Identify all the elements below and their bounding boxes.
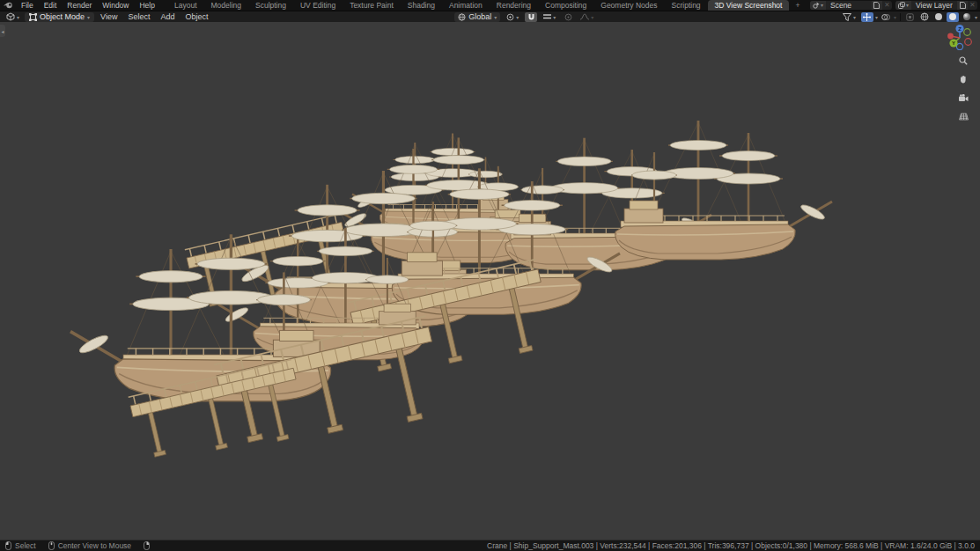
gizmo-axis-x (947, 33, 954, 40)
gizmo-dropdown[interactable]: ▾ (875, 14, 878, 20)
new-page-icon (873, 2, 880, 9)
overlays-dropdown[interactable]: ▾ (894, 14, 896, 20)
shading-solid-button[interactable] (932, 12, 945, 22)
show-gizmo-toggle[interactable] (861, 12, 873, 22)
object-visibility-dropdown[interactable]: ▾ (839, 12, 859, 22)
svg-text:Y: Y (952, 40, 955, 46)
shading-wireframe-button[interactable] (918, 12, 931, 22)
topbar: File Edit Render Window Help Layout Mode… (0, 0, 980, 11)
editor-type-selector[interactable]: ▾ (3, 12, 23, 22)
chevron-down-icon: ▾ (17, 14, 19, 20)
lmb-hint: Select (5, 541, 36, 550)
new-scene-button[interactable] (872, 1, 882, 10)
3d-viewport-editor-icon (6, 12, 15, 21)
menu-add[interactable]: Add (156, 12, 179, 21)
new-view-layer-button[interactable] (957, 1, 968, 10)
workspace-tab-geometry-nodes[interactable]: Geometry Nodes (593, 0, 664, 11)
pivot-point-dropdown[interactable]: ▾ (503, 12, 522, 22)
browse-scene-button[interactable]: ▾ (810, 1, 826, 10)
zoom-button[interactable] (956, 54, 970, 68)
menu-help[interactable]: Help (134, 0, 159, 11)
workspace-tab-compositing[interactable]: Compositing (538, 0, 593, 11)
viewport-header: ▾ Object Mode ▾ View Select Add Object G… (0, 11, 980, 22)
show-overlays-toggle[interactable] (880, 12, 892, 22)
gizmo-icon (863, 13, 871, 21)
rendered-sphere-icon (962, 12, 971, 21)
viewport-nav-buttons (956, 54, 970, 123)
pan-button[interactable] (956, 72, 970, 86)
mode-selector-label: Object Mode (40, 12, 85, 21)
divider (900, 13, 901, 21)
unlink-scene-button[interactable]: ✕ (882, 1, 892, 10)
menu-select[interactable]: Select (123, 12, 154, 21)
workspace-tab-modeling[interactable]: Modeling (204, 0, 249, 11)
falloff-curve-icon (580, 13, 589, 20)
snap-settings-dropdown[interactable]: ▾ (540, 12, 559, 22)
shading-material-preview-button[interactable] (947, 12, 959, 22)
viewport-scene (0, 22, 980, 540)
display-options-cluster: ▾ ▾ ▾ ▾ (839, 12, 977, 22)
chevron-down-icon: ▾ (853, 14, 856, 20)
workspace-tab-sculpting[interactable]: Sculpting (248, 0, 293, 11)
hand-icon (959, 75, 968, 84)
chevron-down-icon: ▾ (906, 1, 909, 10)
shading-rendered-button[interactable] (961, 12, 973, 22)
menu-view[interactable]: View (96, 12, 122, 21)
workspace-tab-shading[interactable]: Shading (401, 0, 442, 11)
view-layer-name[interactable]: View Layer (911, 1, 957, 10)
transform-orientation-dropdown[interactable]: Global ▾ (454, 12, 500, 22)
menu-edit[interactable]: Edit (39, 0, 63, 11)
scene-selector: ▾ Scene ✕ (810, 1, 892, 10)
3d-viewport[interactable]: ◂ Z Y (0, 22, 980, 540)
camera-icon (959, 94, 969, 102)
navigation-gizmo[interactable]: Z Y (947, 24, 973, 50)
mouse-left-icon (5, 541, 11, 550)
pivot-point-icon (506, 13, 514, 21)
proportional-editing-icon (564, 13, 572, 21)
remove-view-layer-button[interactable]: ✕ (968, 1, 977, 10)
workspace-tab-scripting[interactable]: Scripting (665, 0, 708, 11)
chevron-down-icon: ▾ (516, 14, 519, 20)
gizmo-axis-neg-x (965, 39, 972, 46)
chevron-down-icon: ▾ (494, 14, 497, 20)
snap-toggle[interactable] (525, 12, 537, 22)
workspace-tab-uv-editing[interactable]: UV Editing (293, 0, 343, 11)
add-workspace-button[interactable]: + (789, 0, 806, 11)
transform-snap-cluster: Global ▾ ▾ ▾ ▾ (454, 12, 597, 22)
perspective-toggle-button[interactable] (956, 109, 970, 123)
chevron-down-icon: ▾ (553, 14, 556, 20)
workspace-tab-3d-view-screenshot[interactable]: 3D View Screenshot (708, 0, 790, 11)
scene-statistics: Crane | Ship_Support_Mast.003 | Verts:23… (487, 541, 975, 550)
scene-name[interactable]: Scene (826, 1, 872, 10)
mmb-hint-label: Center View to Mouse (58, 541, 131, 550)
svg-text:Z: Z (958, 26, 962, 32)
shading-dropdown[interactable]: ▾ (975, 14, 977, 20)
snap-magnet-icon (527, 13, 535, 21)
gizmo-axis-neg-y (964, 29, 971, 36)
menu-window[interactable]: Window (97, 0, 134, 11)
workspace-tab-rendering[interactable]: Rendering (490, 0, 538, 11)
toolbar-expand-handle[interactable]: ◂ (0, 25, 5, 37)
chevron-down-icon: ▾ (821, 1, 823, 10)
menu-object[interactable]: Object (181, 12, 212, 21)
workspace-tab-animation[interactable]: Animation (442, 0, 490, 11)
material-sphere-icon (948, 12, 957, 21)
blender-logo-icon[interactable] (0, 0, 16, 11)
gizmo-axis-neg-z (956, 43, 962, 49)
proportional-editing-toggle[interactable] (562, 12, 574, 22)
rmb-hint (144, 541, 150, 550)
workspace-tab-texture-paint[interactable]: Texture Paint (343, 0, 401, 11)
browse-view-layer-button[interactable]: ▾ (895, 1, 911, 10)
mode-selector[interactable]: Object Mode ▾ (25, 12, 94, 22)
menu-render[interactable]: Render (62, 0, 97, 11)
proportional-falloff-dropdown[interactable]: ▾ (577, 12, 597, 22)
orientation-globe-icon (458, 13, 466, 21)
menu-file[interactable]: File (16, 0, 39, 11)
blender-window: File Edit Render Window Help Layout Mode… (0, 0, 980, 551)
toggle-xray[interactable] (904, 12, 917, 22)
workspace-tab-layout[interactable]: Layout (167, 0, 204, 11)
xray-icon (906, 13, 914, 21)
view-layer-icon (898, 2, 905, 9)
camera-view-button[interactable] (956, 91, 970, 105)
solid-sphere-icon (934, 12, 943, 21)
